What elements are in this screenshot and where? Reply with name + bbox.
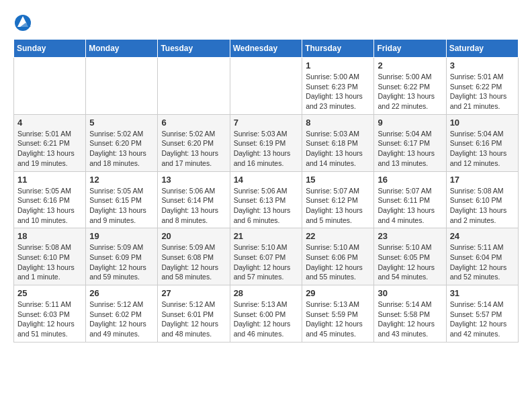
logo <box>13 13 35 32</box>
day-number: 22 <box>306 231 370 241</box>
day-number: 2 <box>378 60 442 71</box>
day-cell: 17Sunrise: 5:08 AM Sunset: 6:10 PM Dayli… <box>446 171 518 228</box>
day-info: Sunrise: 5:11 AM Sunset: 6:03 PM Dayligh… <box>17 300 82 339</box>
col-header-sunday: Sunday <box>14 40 86 58</box>
col-header-monday: Monday <box>86 40 158 58</box>
day-number: 24 <box>450 231 515 241</box>
day-info: Sunrise: 5:00 AM Sunset: 6:22 PM Dayligh… <box>378 72 442 111</box>
day-cell <box>14 58 86 115</box>
day-number: 12 <box>89 175 154 185</box>
day-cell: 6Sunrise: 5:02 AM Sunset: 6:20 PM Daylig… <box>158 114 230 171</box>
day-cell: 10Sunrise: 5:04 AM Sunset: 6:16 PM Dayli… <box>446 114 518 171</box>
day-cell: 12Sunrise: 5:05 AM Sunset: 6:15 PM Dayli… <box>86 171 158 228</box>
day-info: Sunrise: 5:02 AM Sunset: 6:20 PM Dayligh… <box>89 129 154 169</box>
day-cell: 28Sunrise: 5:13 AM Sunset: 6:00 PM Dayli… <box>230 285 302 342</box>
col-header-wednesday: Wednesday <box>230 40 302 58</box>
day-cell: 18Sunrise: 5:08 AM Sunset: 6:10 PM Dayli… <box>14 228 86 285</box>
day-info: Sunrise: 5:07 AM Sunset: 6:12 PM Dayligh… <box>306 186 370 226</box>
day-cell: 19Sunrise: 5:09 AM Sunset: 6:09 PM Dayli… <box>86 228 158 285</box>
day-number: 15 <box>306 175 370 185</box>
day-cell: 25Sunrise: 5:11 AM Sunset: 6:03 PM Dayli… <box>14 285 86 342</box>
day-cell <box>230 58 302 115</box>
day-number: 9 <box>378 118 442 128</box>
col-header-tuesday: Tuesday <box>158 40 230 58</box>
day-info: Sunrise: 5:11 AM Sunset: 6:04 PM Dayligh… <box>450 242 515 282</box>
day-info: Sunrise: 5:13 AM Sunset: 5:59 PM Dayligh… <box>306 300 370 339</box>
day-info: Sunrise: 5:03 AM Sunset: 6:19 PM Dayligh… <box>234 129 299 169</box>
day-number: 10 <box>450 118 515 128</box>
day-cell: 29Sunrise: 5:13 AM Sunset: 5:59 PM Dayli… <box>302 285 374 342</box>
day-info: Sunrise: 5:03 AM Sunset: 6:18 PM Dayligh… <box>306 129 370 169</box>
day-cell: 14Sunrise: 5:06 AM Sunset: 6:13 PM Dayli… <box>230 171 302 228</box>
week-row-5: 25Sunrise: 5:11 AM Sunset: 6:03 PM Dayli… <box>14 285 519 342</box>
day-info: Sunrise: 5:07 AM Sunset: 6:11 PM Dayligh… <box>378 186 442 226</box>
calendar-table: SundayMondayTuesdayWednesdayThursdayFrid… <box>13 39 519 342</box>
day-cell: 7Sunrise: 5:03 AM Sunset: 6:19 PM Daylig… <box>230 114 302 171</box>
week-row-3: 11Sunrise: 5:05 AM Sunset: 6:16 PM Dayli… <box>14 171 519 228</box>
day-info: Sunrise: 5:04 AM Sunset: 6:17 PM Dayligh… <box>378 129 442 169</box>
day-number: 28 <box>234 288 299 298</box>
day-cell: 8Sunrise: 5:03 AM Sunset: 6:18 PM Daylig… <box>302 114 374 171</box>
day-cell: 22Sunrise: 5:10 AM Sunset: 6:06 PM Dayli… <box>302 228 374 285</box>
day-cell: 16Sunrise: 5:07 AM Sunset: 6:11 PM Dayli… <box>374 171 446 228</box>
day-number: 19 <box>89 231 154 241</box>
day-cell: 15Sunrise: 5:07 AM Sunset: 6:12 PM Dayli… <box>302 171 374 228</box>
col-header-friday: Friday <box>374 40 446 58</box>
day-cell: 23Sunrise: 5:10 AM Sunset: 6:05 PM Dayli… <box>374 228 446 285</box>
day-number: 1 <box>306 60 370 71</box>
day-number: 16 <box>378 175 442 185</box>
day-cell: 26Sunrise: 5:12 AM Sunset: 6:02 PM Dayli… <box>86 285 158 342</box>
day-number: 23 <box>378 231 442 241</box>
day-info: Sunrise: 5:06 AM Sunset: 6:14 PM Dayligh… <box>161 186 226 226</box>
day-info: Sunrise: 5:08 AM Sunset: 6:10 PM Dayligh… <box>450 186 515 226</box>
day-cell: 31Sunrise: 5:14 AM Sunset: 5:57 PM Dayli… <box>446 285 518 342</box>
day-info: Sunrise: 5:05 AM Sunset: 6:15 PM Dayligh… <box>89 186 154 226</box>
col-header-thursday: Thursday <box>302 40 374 58</box>
day-info: Sunrise: 5:02 AM Sunset: 6:20 PM Dayligh… <box>161 129 226 169</box>
day-cell: 2Sunrise: 5:00 AM Sunset: 6:22 PM Daylig… <box>374 58 446 115</box>
day-cell: 20Sunrise: 5:09 AM Sunset: 6:08 PM Dayli… <box>158 228 230 285</box>
day-number: 21 <box>234 231 299 241</box>
day-info: Sunrise: 5:06 AM Sunset: 6:13 PM Dayligh… <box>234 186 299 226</box>
day-number: 27 <box>161 288 226 298</box>
day-number: 13 <box>161 175 226 185</box>
day-info: Sunrise: 5:01 AM Sunset: 6:22 PM Dayligh… <box>450 72 515 111</box>
day-info: Sunrise: 5:10 AM Sunset: 6:05 PM Dayligh… <box>378 242 442 282</box>
day-info: Sunrise: 5:14 AM Sunset: 5:58 PM Dayligh… <box>378 300 442 339</box>
col-header-saturday: Saturday <box>446 40 518 58</box>
day-info: Sunrise: 5:10 AM Sunset: 6:06 PM Dayligh… <box>306 242 370 282</box>
day-number: 29 <box>306 288 370 298</box>
day-cell: 13Sunrise: 5:06 AM Sunset: 6:14 PM Dayli… <box>158 171 230 228</box>
week-row-2: 4Sunrise: 5:01 AM Sunset: 6:21 PM Daylig… <box>14 114 519 171</box>
day-number: 26 <box>89 288 154 298</box>
day-info: Sunrise: 5:10 AM Sunset: 6:07 PM Dayligh… <box>234 242 299 282</box>
page-header <box>13 13 519 32</box>
logo-icon <box>13 13 32 32</box>
day-number: 3 <box>450 60 515 71</box>
day-cell: 5Sunrise: 5:02 AM Sunset: 6:20 PM Daylig… <box>86 114 158 171</box>
day-info: Sunrise: 5:01 AM Sunset: 6:21 PM Dayligh… <box>17 129 82 169</box>
day-info: Sunrise: 5:08 AM Sunset: 6:10 PM Dayligh… <box>17 242 82 282</box>
day-number: 25 <box>17 288 82 298</box>
day-cell: 4Sunrise: 5:01 AM Sunset: 6:21 PM Daylig… <box>14 114 86 171</box>
day-cell <box>158 58 230 115</box>
day-number: 30 <box>378 288 442 298</box>
day-info: Sunrise: 5:05 AM Sunset: 6:16 PM Dayligh… <box>17 186 82 226</box>
day-number: 18 <box>17 231 82 241</box>
day-number: 7 <box>234 118 299 128</box>
day-cell: 3Sunrise: 5:01 AM Sunset: 6:22 PM Daylig… <box>446 58 518 115</box>
day-number: 11 <box>17 175 82 185</box>
week-row-1: 1Sunrise: 5:00 AM Sunset: 6:23 PM Daylig… <box>14 58 519 115</box>
day-number: 5 <box>89 118 154 128</box>
day-cell: 24Sunrise: 5:11 AM Sunset: 6:04 PM Dayli… <box>446 228 518 285</box>
day-number: 14 <box>234 175 299 185</box>
day-info: Sunrise: 5:04 AM Sunset: 6:16 PM Dayligh… <box>450 129 515 169</box>
day-number: 17 <box>450 175 515 185</box>
day-cell <box>86 58 158 115</box>
day-info: Sunrise: 5:00 AM Sunset: 6:23 PM Dayligh… <box>306 72 370 111</box>
day-cell: 11Sunrise: 5:05 AM Sunset: 6:16 PM Dayli… <box>14 171 86 228</box>
day-info: Sunrise: 5:09 AM Sunset: 6:08 PM Dayligh… <box>161 242 226 282</box>
day-cell: 9Sunrise: 5:04 AM Sunset: 6:17 PM Daylig… <box>374 114 446 171</box>
day-number: 20 <box>161 231 226 241</box>
day-info: Sunrise: 5:12 AM Sunset: 6:01 PM Dayligh… <box>161 300 226 339</box>
